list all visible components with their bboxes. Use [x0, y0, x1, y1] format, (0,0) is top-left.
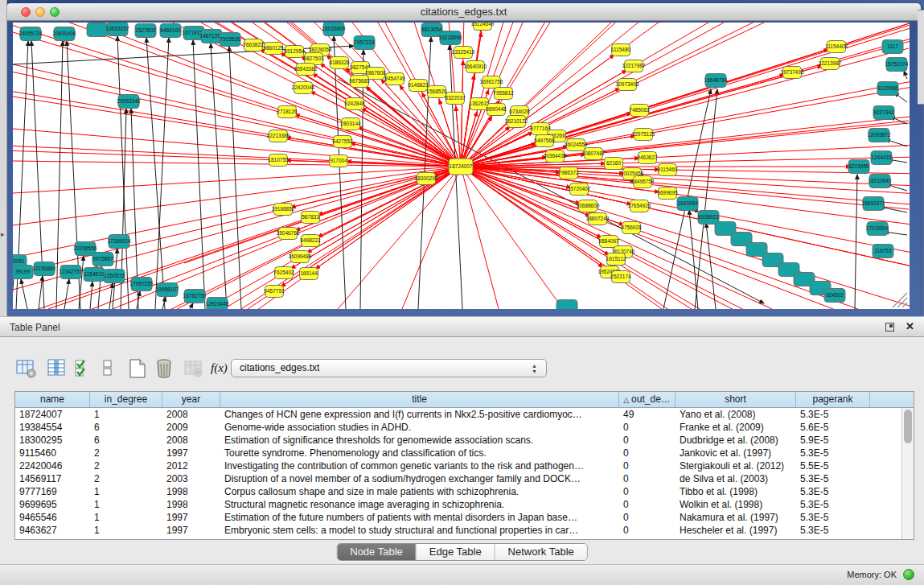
table-cell: 2 — [90, 459, 162, 472]
table-cell: 0 — [619, 485, 676, 498]
table-row[interactable]: 946554611997Estimation of the future num… — [15, 511, 901, 524]
svg-text:7957224: 7957224 — [354, 39, 375, 45]
svg-text:16640910: 16640910 — [464, 64, 487, 69]
table-cell: 18724007 — [15, 408, 90, 421]
column-header[interactable]: short — [676, 392, 796, 407]
sort-ascending-icon: △ — [623, 396, 629, 404]
svg-text:15124549: 15124549 — [471, 23, 495, 27]
create-column-button[interactable] — [127, 358, 148, 379]
svg-text:835051: 835051 — [13, 258, 25, 264]
svg-text:9675685: 9675685 — [349, 78, 370, 84]
svg-text:17654923: 17654923 — [628, 203, 651, 208]
svg-text:9146821: 9146821 — [408, 82, 429, 88]
tab-network-table[interactable]: Network Table — [495, 544, 587, 560]
svg-text:11154408: 11154408 — [825, 43, 848, 49]
svg-text:1115480: 1115480 — [611, 47, 631, 52]
table-cell: 0 — [619, 434, 676, 447]
function-builder-button[interactable]: f(x) — [211, 358, 232, 379]
memory-ok-icon[interactable] — [903, 569, 914, 580]
graph-node[interactable] — [87, 23, 108, 37]
svg-text:8498222: 8498222 — [300, 237, 321, 243]
svg-text:24055724: 24055724 — [19, 31, 43, 36]
window-titlebar[interactable]: citations_edges.txt — [6, 3, 921, 21]
table-cell: 49 — [619, 408, 676, 421]
table-cell: Embryonic stem cells: a model to study s… — [220, 524, 619, 537]
table-mode-button[interactable] — [16, 358, 37, 379]
svg-text:10025458: 10025458 — [621, 171, 644, 176]
unselect-all-columns-button[interactable] — [98, 358, 119, 379]
table-select-dropdown[interactable]: citations_edges.txt ▲▼ — [231, 359, 547, 377]
table-cell: 1997 — [162, 447, 220, 459]
resize-grip[interactable] — [893, 293, 907, 307]
column-header[interactable]: pagerank — [796, 392, 870, 407]
table-cell: Stergiakouli et al. (2012) — [676, 459, 796, 472]
table-row[interactable]: 1938455462009Genome-wide association stu… — [15, 421, 901, 434]
delete-table-button[interactable] — [183, 358, 204, 379]
table-row[interactable]: 1872400712008Changes of HCN gene express… — [15, 408, 901, 421]
tab-node-table[interactable]: Node Table — [337, 544, 417, 560]
network-canvas[interactable]: 2405572420691406106532571527602846616010… — [13, 23, 910, 309]
table-cell: 5.3E-5 — [796, 524, 870, 537]
svg-text:20364436: 20364436 — [544, 153, 567, 159]
table-row[interactable]: 969969511998Structural magnetic resonanc… — [15, 498, 901, 511]
vertical-scrollbar[interactable] — [901, 408, 914, 539]
table-select-value: citations_edges.txt — [240, 362, 319, 373]
svg-text:1244415: 1244415 — [871, 154, 892, 160]
table-cell: 9465546 — [15, 511, 90, 524]
table-cell: Tibbo et al. (1998) — [676, 485, 796, 498]
column-header[interactable]: △out_de… — [619, 392, 676, 407]
close-panel-icon[interactable]: ✕ — [906, 320, 914, 332]
svg-text:29053346: 29053346 — [117, 98, 141, 104]
show-columns-button[interactable] — [47, 358, 68, 379]
table-panel-body: f(x) citations_edges.txt ▲▼ namein_degre… — [0, 337, 924, 585]
table-cell: 2 — [90, 447, 162, 459]
svg-text:18226058: 18226058 — [309, 47, 332, 52]
table-row[interactable]: 1456911722003Disruption of a novel membe… — [15, 472, 901, 485]
svg-text:587833: 587833 — [302, 214, 319, 220]
column-header[interactable]: title — [220, 392, 619, 407]
table-cell: 1 — [90, 498, 162, 511]
svg-text:116753: 116753 — [874, 248, 892, 253]
float-panel-icon[interactable] — [885, 323, 894, 332]
svg-text:20206556: 20206556 — [74, 245, 97, 251]
svg-text:169144: 169144 — [300, 270, 318, 276]
svg-text:39199: 39199 — [15, 269, 30, 274]
table-row[interactable]: 911546021997Tourette syndrome. Phenomeno… — [15, 447, 901, 459]
column-header[interactable]: year — [162, 392, 220, 407]
table-cell: 9115460 — [15, 447, 90, 459]
delete-column-button[interactable] — [154, 358, 175, 379]
table-row[interactable]: 946362711997Embryonic stem cells: a mode… — [15, 524, 901, 537]
table-row[interactable]: 977716911998Corpus callosum shape and si… — [15, 485, 901, 498]
svg-text:9975887: 9975887 — [92, 256, 113, 262]
svg-text:16024554: 16024554 — [565, 142, 588, 147]
column-header[interactable]: name — [15, 392, 90, 407]
scrollbar-thumb[interactable] — [904, 410, 912, 443]
table-cell: 0 — [619, 459, 676, 472]
svg-text:8466160: 8466160 — [160, 27, 181, 33]
svg-text:6734028: 6734028 — [509, 109, 530, 114]
svg-text:19958107: 19958107 — [156, 286, 179, 292]
table-row[interactable]: 2242004622012Investigating the contribut… — [15, 459, 901, 472]
table-panel-title: Table Panel — [10, 322, 60, 333]
tab-edge-table[interactable]: Edge Table — [417, 544, 495, 560]
svg-text:19737493: 19737493 — [781, 69, 804, 75]
table-cell: Structural magnetic resonance image aver… — [220, 498, 619, 511]
column-header[interactable]: in_degree — [90, 392, 162, 407]
collapse-arrow-icon[interactable]: ▸ — [1, 230, 5, 238]
application-window: citations_edges.txt 24055724206914061065… — [0, 0, 924, 585]
desktop-background: citations_edges.txt 24055724206914061065… — [0, 0, 924, 316]
svg-text:16210643: 16210643 — [869, 178, 892, 183]
table-row[interactable]: 1830029562008Estimation of significance … — [15, 434, 901, 447]
svg-text:9827503: 9827503 — [303, 56, 324, 61]
table-cell: Genome-wide association studies in ADHD. — [220, 421, 619, 434]
table-cell: 1998 — [162, 498, 220, 511]
svg-text:1527602: 1527602 — [135, 27, 156, 33]
table-cell: 0 — [619, 524, 676, 537]
network-graph[interactable]: 2405572420691406106532571527602846616010… — [13, 23, 910, 309]
graph-node[interactable] — [556, 300, 577, 310]
svg-text:15046768: 15046768 — [277, 230, 300, 236]
status-bar: Memory: OK — [0, 564, 924, 585]
select-all-columns-button[interactable] — [74, 358, 95, 379]
svg-text:8938923: 8938923 — [698, 214, 719, 220]
svg-text:8813054: 8813054 — [421, 27, 442, 32]
